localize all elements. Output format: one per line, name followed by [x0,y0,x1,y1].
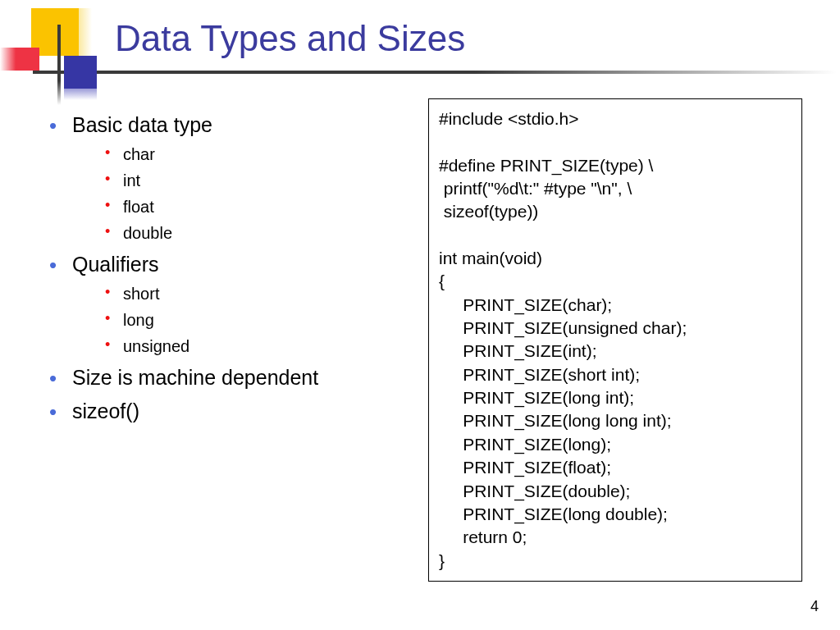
bullet-label: sizeof() [72,399,139,422]
sub-bullet: double [105,222,402,244]
code-example-box: #include <stdio.h> #define PRINT_SIZE(ty… [428,98,802,582]
bullet-machine-dependent: Size is machine dependent [49,364,402,392]
bullet-qualifiers: Qualifiers short long unsigned [49,251,402,358]
bullet-basic-data-type: Basic data type char int float double [49,112,402,244]
sub-bullet: short [105,283,402,305]
sub-bullet: int [105,170,402,192]
bullet-sizeof: sizeof() [49,398,402,426]
sub-bullet: char [105,144,402,166]
bullet-label: Qualifiers [72,253,159,276]
slide-title: Data Types and Sizes [115,18,465,59]
sub-bullet: float [105,196,402,218]
content-left: Basic data type char int float double Qu… [49,107,402,432]
slide-decoration [0,0,98,98]
bullet-label: Size is machine dependent [72,366,318,389]
sub-bullet: long [105,309,402,331]
page-number: 4 [810,598,819,615]
sub-bullet: unsigned [105,336,402,358]
bullet-label: Basic data type [72,113,212,136]
